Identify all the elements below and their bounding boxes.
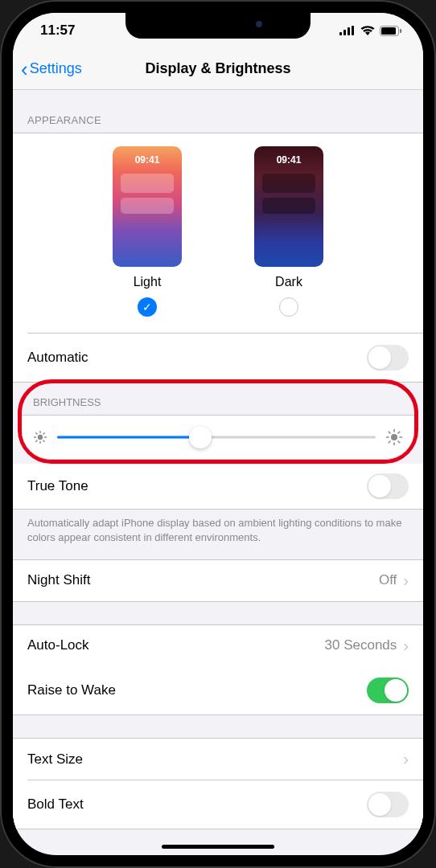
section-header-brightness: BRIGHTNESS — [22, 383, 414, 415]
raise-to-wake-label: Raise to Wake — [27, 682, 367, 698]
page-title: Display & Brightness — [145, 60, 290, 77]
back-button[interactable]: ‹ Settings — [21, 59, 82, 80]
light-mode-label: Light — [134, 275, 162, 289]
cellular-signal-icon — [339, 26, 356, 35]
svg-line-24 — [398, 432, 400, 433]
bold-text-label: Bold Text — [27, 796, 367, 813]
svg-rect-0 — [339, 32, 342, 35]
appearance-group: 09:41 Light ✓ 09:41 Dark — [13, 133, 423, 383]
preview-time: 09:41 — [254, 154, 323, 166]
svg-point-7 — [38, 434, 43, 439]
svg-rect-3 — [352, 26, 354, 35]
svg-rect-2 — [348, 27, 350, 35]
spacer — [13, 715, 423, 738]
automatic-row[interactable]: Automatic — [13, 334, 423, 382]
chevron-right-icon: › — [403, 571, 409, 590]
brightness-slider[interactable] — [57, 425, 376, 449]
dark-mode-radio[interactable] — [279, 297, 298, 317]
night-shift-row[interactable]: Night Shift Off › — [13, 560, 423, 601]
wifi-icon — [360, 26, 375, 35]
home-indicator[interactable] — [162, 845, 274, 849]
svg-line-23 — [389, 441, 390, 443]
true-tone-row[interactable]: True Tone — [13, 464, 423, 509]
brightness-highlight: BRIGHTNESS — [18, 379, 418, 464]
true-tone-label: True Tone — [27, 478, 367, 494]
raise-to-wake-row[interactable]: Raise to Wake — [13, 666, 423, 714]
true-tone-footer: Automatically adapt iPhone display based… — [13, 510, 423, 559]
status-time: 11:57 — [40, 23, 75, 39]
checkmark-icon: ✓ — [142, 301, 152, 313]
svg-line-13 — [43, 440, 44, 440]
slider-fill — [57, 436, 200, 438]
text-size-row[interactable]: Text Size › — [13, 739, 423, 780]
svg-rect-6 — [400, 29, 401, 33]
sun-max-icon — [385, 428, 403, 446]
true-tone-toggle[interactable] — [367, 473, 409, 499]
true-tone-group: True Tone — [13, 464, 423, 510]
chevron-right-icon: › — [403, 637, 409, 655]
svg-rect-5 — [381, 27, 396, 35]
text-group: Text Size › Bold Text — [13, 738, 423, 829]
auto-lock-value: 30 Seconds — [325, 637, 397, 653]
lock-group: Auto-Lock 30 Seconds › Raise to Wake — [13, 624, 423, 716]
chevron-right-icon: › — [403, 750, 409, 768]
dark-mode-label: Dark — [275, 275, 302, 289]
chevron-left-icon: ‹ — [21, 59, 28, 80]
back-label: Settings — [30, 60, 82, 77]
navigation-bar: ‹ Settings Display & Brightness — [13, 48, 423, 90]
appearance-mode-light[interactable]: 09:41 Light ✓ — [113, 146, 182, 317]
automatic-toggle[interactable] — [367, 345, 409, 371]
spacer — [13, 602, 423, 624]
preview-time: 09:41 — [113, 154, 182, 166]
svg-line-14 — [36, 440, 37, 440]
device-frame: 11:57 ‹ Settings Display & Brightness — [0, 0, 436, 868]
text-size-label: Text Size — [27, 751, 403, 768]
dark-mode-preview: 09:41 — [254, 146, 323, 267]
svg-line-12 — [36, 432, 37, 433]
auto-lock-row[interactable]: Auto-Lock 30 Seconds › — [13, 625, 423, 666]
light-mode-radio[interactable]: ✓ — [138, 297, 157, 317]
night-shift-label: Night Shift — [27, 572, 379, 588]
section-header-appearance: APPEARANCE — [13, 90, 423, 133]
svg-line-15 — [43, 432, 44, 433]
status-indicators — [339, 26, 402, 36]
bold-text-toggle[interactable] — [367, 792, 409, 817]
raise-to-wake-toggle[interactable] — [367, 678, 409, 703]
appearance-mode-row: 09:41 Light ✓ 09:41 Dark — [13, 133, 423, 333]
brightness-slider-row — [22, 415, 414, 460]
screen: 11:57 ‹ Settings Display & Brightness — [13, 13, 423, 855]
svg-point-16 — [391, 434, 397, 440]
slider-thumb[interactable] — [189, 426, 212, 448]
svg-line-22 — [398, 441, 400, 443]
automatic-label: Automatic — [27, 350, 367, 366]
light-mode-preview: 09:41 — [113, 146, 182, 267]
svg-line-21 — [389, 432, 390, 433]
appearance-mode-dark[interactable]: 09:41 Dark — [254, 146, 323, 317]
night-shift-group: Night Shift Off › — [13, 559, 423, 602]
auto-lock-label: Auto-Lock — [27, 637, 325, 653]
sun-min-icon — [33, 430, 47, 444]
bold-text-row[interactable]: Bold Text — [13, 780, 423, 829]
svg-rect-1 — [343, 30, 346, 35]
device-notch — [125, 13, 311, 39]
battery-icon — [380, 26, 402, 36]
night-shift-value: Off — [379, 572, 397, 588]
